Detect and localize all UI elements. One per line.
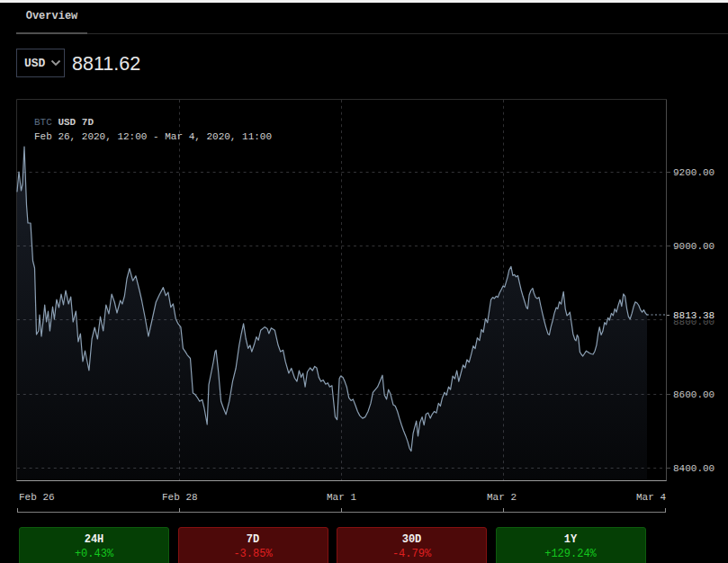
svg-text:9200.00: 9200.00 <box>673 167 715 178</box>
svg-text:Feb 28: Feb 28 <box>162 492 198 503</box>
svg-text:8813.38: 8813.38 <box>673 310 715 321</box>
svg-text:Mar 1: Mar 1 <box>327 492 356 503</box>
svg-text:Feb 26, 2020, 12:00 - Mar 4, 2: Feb 26, 2020, 12:00 - Mar 4, 2020, 11:00 <box>34 131 272 142</box>
svg-text:9000.00: 9000.00 <box>673 241 715 252</box>
svg-text:Feb 26: Feb 26 <box>19 492 55 503</box>
svg-text:BTC USD 7D: BTC USD 7D <box>34 117 94 128</box>
svg-text:Mar 2: Mar 2 <box>487 492 517 503</box>
svg-text:8400.00: 8400.00 <box>673 463 715 474</box>
svg-text:Mar 4: Mar 4 <box>636 492 666 503</box>
svg-text:8600.00: 8600.00 <box>673 389 715 400</box>
